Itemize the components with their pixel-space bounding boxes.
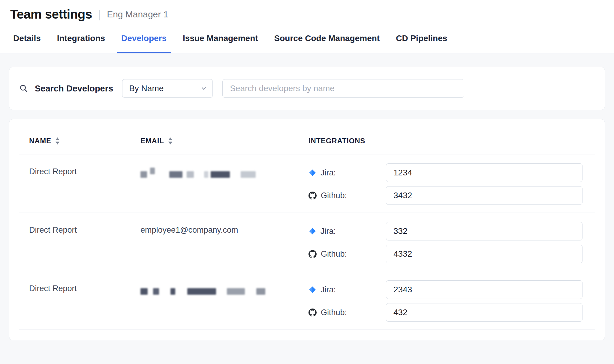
integrations-cell: Jira: Github: [309, 280, 595, 322]
search-filter-select[interactable]: By Name [122, 79, 213, 98]
email-header-label: EMAIL [140, 137, 164, 145]
chevron-down-icon [200, 85, 207, 92]
table-row: Direct Report [19, 154, 595, 213]
page-header: Team settings | Eng Manager 1 Details In… [0, 0, 614, 53]
github-id-input[interactable] [386, 186, 582, 205]
tab-details[interactable]: Details [9, 26, 45, 53]
search-card: Search Developers By Name [9, 67, 605, 110]
github-integration-row: Github: [309, 303, 595, 322]
integrations-cell: Jira: Github: [309, 163, 595, 205]
jira-icon [309, 169, 316, 177]
github-label-group: Github: [309, 308, 386, 317]
jira-label-group: Jira: [309, 227, 386, 236]
table-row: Direct Report employee1@company.com Jira… [19, 213, 595, 271]
github-label-group: Github: [309, 191, 386, 200]
page-title: Team settings [10, 7, 92, 22]
jira-icon [309, 286, 316, 294]
column-header-integrations: INTEGRATIONS [309, 137, 595, 145]
tab-issue-management[interactable]: Issue Management [179, 26, 262, 53]
column-header-email: EMAIL [140, 137, 309, 145]
jira-icon [309, 227, 316, 235]
table-header-row: NAME EMAIL [19, 119, 595, 154]
title-divider: | [98, 9, 101, 20]
tab-source-code-management[interactable]: Source Code Management [270, 26, 384, 53]
jira-label-group: Jira: [309, 285, 386, 294]
tab-integrations[interactable]: Integrations [53, 26, 109, 53]
jira-integration-row: Jira: [309, 280, 595, 299]
github-icon [309, 192, 317, 200]
page-head-row: Team settings | Eng Manager 1 [0, 0, 614, 26]
tab-developers[interactable]: Developers [117, 26, 171, 53]
github-label: Github: [321, 191, 347, 200]
search-filter-value: By Name [129, 84, 164, 93]
tab-cd-pipelines[interactable]: CD Pipelines [392, 26, 451, 53]
team-settings-page: Team settings | Eng Manager 1 Details In… [0, 0, 614, 364]
github-label: Github: [321, 249, 347, 259]
github-id-input[interactable] [386, 303, 582, 322]
github-icon [309, 250, 317, 258]
redacted-email [140, 284, 309, 295]
jira-id-input[interactable] [386, 222, 582, 240]
jira-integration-row: Jira: [309, 222, 595, 240]
search-label: Search Developers [35, 84, 113, 94]
github-integration-row: Github: [309, 245, 595, 263]
sort-email-icon[interactable] [168, 137, 173, 145]
jira-integration-row: Jira: [309, 163, 595, 182]
jira-label: Jira: [321, 168, 336, 178]
developer-email [140, 163, 309, 205]
github-label-group: Github: [309, 249, 386, 259]
search-title: Search Developers [19, 84, 113, 94]
developer-email: employee1@company.com [140, 222, 309, 263]
jira-label-group: Jira: [309, 168, 386, 178]
jira-label: Jira: [321, 285, 336, 294]
developers-table: NAME EMAIL [9, 119, 605, 340]
search-input[interactable] [222, 79, 464, 98]
github-id-input[interactable] [386, 245, 582, 263]
github-icon [309, 309, 317, 317]
developer-name: Direct Report [19, 280, 140, 322]
name-header-label: NAME [29, 137, 51, 145]
tab-bar: Details Integrations Developers Issue Ma… [0, 26, 614, 53]
developer-name: Direct Report [19, 163, 140, 205]
column-header-name: NAME [19, 137, 140, 145]
integrations-cell: Jira: Github: [309, 222, 595, 263]
page-subtitle: Eng Manager 1 [107, 9, 168, 19]
content-area: Search Developers By Name NAME [0, 53, 614, 364]
developer-email [140, 280, 309, 322]
github-label: Github: [321, 308, 347, 317]
jira-id-input[interactable] [386, 163, 582, 182]
jira-label: Jira: [321, 227, 336, 236]
sort-name-icon[interactable] [55, 137, 60, 145]
search-icon [19, 84, 28, 93]
integrations-header-label: INTEGRATIONS [309, 137, 365, 145]
jira-id-input[interactable] [386, 280, 582, 299]
github-integration-row: Github: [309, 186, 595, 205]
developer-name: Direct Report [19, 222, 140, 263]
table-row: Direct Report [19, 271, 595, 330]
redacted-email [140, 167, 309, 178]
